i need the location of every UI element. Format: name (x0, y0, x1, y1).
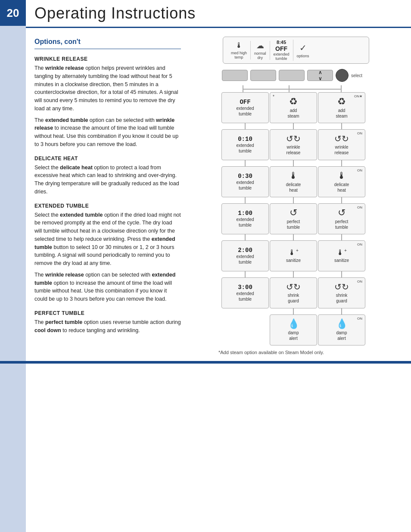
300-extended-tumble: 3:00 extendedtumble (221, 277, 269, 308)
connector-c3-4 (341, 234, 342, 240)
page-title: Operating Instructions (34, 4, 402, 22)
display-panel: 🌡 med hightemp ☁ normaldry 8:45 OFF exte… (223, 37, 369, 64)
connector-c2-3 (293, 197, 294, 203)
010-extended-tumble: 0:10 extendedtumble (221, 129, 269, 160)
off-extended-tumble: OFF extendedtumble (221, 92, 269, 123)
subheading-extended-tumble: EXTENDED TUMBLE (34, 202, 181, 210)
sanitize-on: ON 🌡+ sanitize (318, 240, 365, 271)
extended-tumble-p2: The wrinkle release option can be select… (34, 271, 181, 303)
connector-c2-4 (293, 234, 294, 240)
connector-c3-2 (341, 160, 342, 166)
display-temp: 🌡 med hightemp (227, 41, 251, 59)
damp-alert-on: ON 💧 dampalert (318, 314, 365, 345)
ctrl-btn-circle[interactable] (336, 69, 349, 82)
connector-2 (245, 160, 246, 166)
delicate-heat-on: ON 🌡 delicateheat (318, 166, 365, 197)
connector-c3-3 (341, 197, 342, 203)
wrinkle-release-on: ON ↺↻ wrinklerelease (318, 129, 365, 160)
page-header: Operating Instructions (26, 0, 411, 28)
shrink-guard-on: ON ↺↻ shrinkguard (318, 277, 365, 308)
options-col: * ♻ addsteam ↺↻ wrinklerelease 🌡 deli (270, 92, 317, 345)
footer-note: *Add steam option available on Steam Mod… (218, 350, 374, 355)
connector-c3-6 (341, 308, 342, 314)
sanitize-opt: 🌡+ sanitize (270, 240, 317, 271)
on-badge-3: ON (357, 168, 362, 172)
delicate-heat-opt: 🌡 delicateheat (270, 166, 317, 197)
subheading-perfect-tumble: PERFECT TUMBLE (34, 309, 181, 317)
connector-c2-1 (293, 123, 294, 129)
section-heading: Options, con't (34, 37, 181, 49)
wrinkle-release-p1: The wrinkle release option helps prevent… (34, 64, 181, 113)
ctrl-btn-1[interactable] (222, 70, 248, 81)
connector-5 (245, 271, 246, 277)
diagram-area: 🌡 med hightemp ☁ normaldry 8:45 OFF exte… (190, 37, 402, 355)
on-badge-1: ON★ (354, 94, 362, 98)
connector-1 (245, 123, 246, 129)
connector-c2-6 (293, 308, 294, 314)
page-number: 20 (0, 0, 26, 26)
extended-tumble-p1: Select the extended tumble option if the… (34, 211, 181, 268)
connector-c2-2 (293, 160, 294, 166)
connector-c2-5 (293, 271, 294, 277)
perfect-tumble-p1: The perfect tumble option uses reverse t… (34, 318, 181, 335)
ctrl-btn-2[interactable] (250, 70, 276, 81)
display-tumble: 8:45 OFF extendedtumble (270, 40, 293, 61)
connector-4 (245, 234, 246, 240)
connector-3 (245, 197, 246, 203)
perfect-tumble-on: ON ↺ perfecttumble (318, 203, 365, 234)
ctrl-btn-arrow[interactable]: ∧∨ (307, 70, 333, 81)
on-badge-6: ON (357, 280, 362, 283)
connector-c3-5 (341, 271, 342, 277)
select-label: select (351, 73, 362, 78)
subheading-wrinkle-release: WRINKLE RELEASE (34, 55, 181, 63)
shrink-guard-opt: ↺↻ shrinkguard (270, 277, 317, 308)
display-options: ✓ options (293, 43, 313, 58)
perfect-tumble-opt: ↺ perfecttumble (270, 203, 317, 234)
subheading-delicate-heat: DELICATE HEAT (34, 155, 181, 162)
on-badge-2: ON (357, 131, 362, 135)
on-badge-5: ON (357, 243, 362, 246)
connector-c3-1 (341, 123, 342, 129)
add-steam-opt: * ♻ addsteam (270, 92, 317, 123)
wrinkle-release-opt: ↺↻ wrinklerelease (270, 129, 317, 160)
arrow-icon: ∧∨ (318, 69, 322, 81)
030-extended-tumble: 0:30 extendedtumble (221, 166, 269, 197)
on-badge-4: ON (357, 205, 362, 209)
display-dry: ☁ normaldry (251, 41, 270, 60)
damp-alert-opt: 💧 dampalert (270, 314, 317, 345)
delicate-heat-p1: Select the delicate heat option to prote… (34, 164, 181, 196)
add-steam-on: ON★ ♻ addsteam (318, 92, 365, 123)
on-badge-7: ON (357, 317, 362, 320)
text-content: Options, con't WRINKLE RELEASE The wrink… (34, 37, 181, 355)
wrinkle-release-p2: The extended tumble option can be select… (34, 116, 181, 149)
100-extended-tumble: 1:00 extendedtumble (221, 203, 269, 234)
200-extended-tumble: 2:00 extendedtumble (221, 240, 269, 271)
extended-tumble-col: OFF extendedtumble 0:10 extendedtumble 0… (222, 92, 268, 308)
options-on-col: ON★ ♻ addsteam ON ↺↻ wrinklerelease (318, 92, 365, 345)
star-badge-1: * (273, 94, 274, 99)
bottom-bar (0, 361, 411, 364)
ctrl-btn-3[interactable] (279, 70, 305, 81)
